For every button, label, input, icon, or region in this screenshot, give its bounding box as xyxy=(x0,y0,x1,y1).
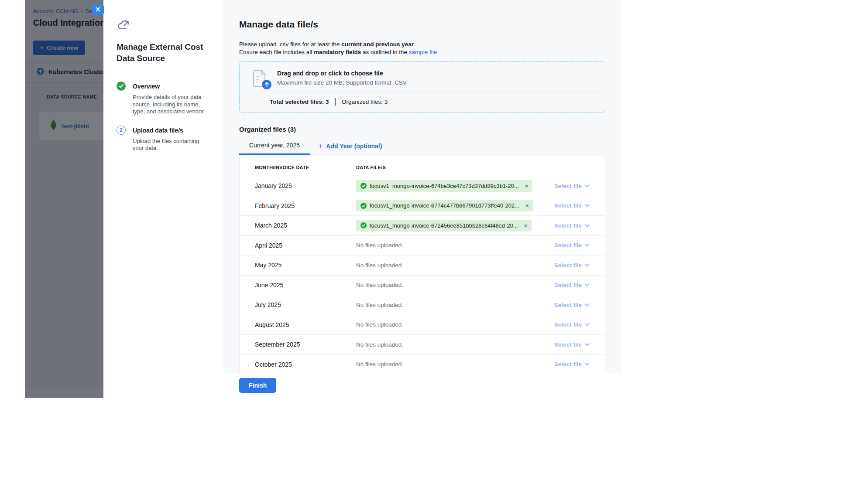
panel-title: Manage data file/s xyxy=(239,19,605,30)
table-row: October 2025No files uploaded.Select fil… xyxy=(240,355,605,373)
chevron-down-icon xyxy=(585,204,590,207)
cloud-export-icon xyxy=(117,20,130,31)
file-name: focusv1_mongo-invoice-6774c477b667901d77… xyxy=(370,202,519,209)
year-tabs: Current year, 2025 + Add Year (optional) xyxy=(239,142,605,155)
table-row: August 2025No files uploaded.Select file xyxy=(240,315,605,335)
no-files-text: No files uploaded. xyxy=(356,341,403,348)
table-row: July 2025No files uploaded.Select file xyxy=(240,295,605,315)
table-row: May 2025No files uploaded.Select file xyxy=(240,255,605,276)
upload-arrow-icon xyxy=(262,80,271,89)
table-row: September 2025No files uploaded.Select f… xyxy=(240,335,605,355)
document-upload-icon xyxy=(253,70,268,88)
file-name: focusv1_mongo-invoice-672456ee851bbb28c6… xyxy=(370,222,518,229)
month-label: October 2025 xyxy=(255,361,356,368)
organized-files-heading: Organized files (3) xyxy=(239,126,605,133)
no-files-text: No files uploaded. xyxy=(356,321,403,328)
select-file-dropdown[interactable]: Select file xyxy=(554,341,590,348)
manage-data-source-modal: Manage External Cost Data Source Overvie… xyxy=(103,0,621,398)
dropzone-divider xyxy=(270,92,598,92)
select-file-dropdown[interactable]: Select file xyxy=(554,242,590,249)
remove-file-icon[interactable]: × xyxy=(525,203,529,208)
file-counters: Total selected files: 3 Organized files:… xyxy=(270,98,388,106)
no-files-text: No files uploaded. xyxy=(356,242,403,249)
table-row: February 2025focusv1_mongo-invoice-6774c… xyxy=(240,196,605,216)
select-file-dropdown[interactable]: Select file xyxy=(554,361,590,368)
app-window: Account: CCM-NG>Set Cloud Integration + … xyxy=(25,0,621,398)
table-row: April 2025No files uploaded.Select file xyxy=(240,236,605,256)
chevron-down-icon xyxy=(585,283,590,286)
no-files-text: No files uploaded. xyxy=(356,361,403,368)
month-label: July 2025 xyxy=(255,301,356,308)
select-file-dropdown[interactable]: Select file xyxy=(554,222,590,229)
step-overview[interactable]: Overview Provide details of your data so… xyxy=(117,82,211,116)
select-file-dropdown[interactable]: Select file xyxy=(554,282,590,288)
tab-current-year[interactable]: Current year, 2025 xyxy=(239,142,310,155)
modal-dim-overlay xyxy=(25,0,103,398)
uploaded-file-chip: focusv1_mongo-invoice-672456ee851bbb28c6… xyxy=(356,220,532,232)
chevron-down-icon xyxy=(585,343,590,346)
step-complete-check-icon xyxy=(117,82,126,91)
dropzone-title: Drag and drop or click to choose file xyxy=(277,70,407,77)
chevron-down-icon xyxy=(585,264,590,267)
month-label: May 2025 xyxy=(255,262,356,269)
modal-footer: Finish xyxy=(223,373,621,398)
file-success-check-icon xyxy=(360,183,367,189)
table-header: MONTH/INVOICE DATE DATA FILE/S xyxy=(240,156,605,176)
sample-file-link[interactable]: sample file xyxy=(409,49,437,55)
upload-instructions: Please upload .csv files for at least th… xyxy=(239,41,605,56)
file-dropzone[interactable]: Drag and drop or click to choose file Ma… xyxy=(239,61,605,112)
column-header-month: MONTH/INVOICE DATE xyxy=(255,165,356,170)
add-year-button[interactable]: + Add Year (optional) xyxy=(310,142,392,155)
counter-separator xyxy=(335,98,336,106)
wizard-stepper-panel: Manage External Cost Data Source Overvie… xyxy=(103,0,223,398)
table-row: January 2025focusv1_mongo-invoice-674be3… xyxy=(240,176,605,196)
step-number-badge: 2 xyxy=(117,126,126,135)
background-page: Account: CCM-NG>Set Cloud Integration + … xyxy=(25,0,103,398)
month-label: February 2025 xyxy=(255,202,356,209)
select-file-dropdown[interactable]: Select file xyxy=(554,262,590,269)
uploaded-file-chip: focusv1_mongo-invoice-674be3ce47c73d37dd… xyxy=(356,180,532,192)
table-row: March 2025focusv1_mongo-invoice-672456ee… xyxy=(240,216,605,236)
month-label: August 2025 xyxy=(255,321,356,328)
file-name: focusv1_mongo-invoice-674be3ce47c73d37dd… xyxy=(370,183,519,189)
remove-file-icon[interactable]: × xyxy=(524,223,528,228)
table-body: January 2025focusv1_mongo-invoice-674be3… xyxy=(240,176,605,373)
chevron-down-icon xyxy=(585,363,590,366)
wizard-title: Manage External Cost Data Source xyxy=(117,41,206,64)
select-file-dropdown[interactable]: Select file xyxy=(554,183,590,189)
manage-data-files-panel: Manage data file/s Please upload .csv fi… xyxy=(223,0,621,373)
month-label: June 2025 xyxy=(255,282,356,289)
close-icon xyxy=(96,7,100,13)
uploaded-file-chip: focusv1_mongo-invoice-6774c477b667901d77… xyxy=(356,200,533,211)
remove-file-icon[interactable]: × xyxy=(525,183,528,189)
chevron-down-icon xyxy=(585,244,590,247)
step-upload-label: Upload data file/s xyxy=(133,126,208,134)
no-files-text: No files uploaded. xyxy=(356,262,403,269)
file-success-check-icon xyxy=(360,222,367,228)
month-label: March 2025 xyxy=(255,222,356,229)
organized-files-label: Organized files: 3 xyxy=(342,99,388,105)
monthly-files-table: MONTH/INVOICE DATE DATA FILE/S January 2… xyxy=(239,156,605,373)
step-upload-data-files[interactable]: 2 Upload data file/s Upload the files co… xyxy=(117,126,211,152)
plus-icon: + xyxy=(319,142,323,150)
no-files-text: No files uploaded. xyxy=(356,282,403,288)
no-files-text: No files uploaded. xyxy=(356,302,403,308)
column-header-data-file: DATA FILE/S xyxy=(356,165,590,170)
finish-button[interactable]: Finish xyxy=(239,378,276,393)
file-success-check-icon xyxy=(360,203,367,209)
select-file-dropdown[interactable]: Select file xyxy=(554,302,590,308)
close-button[interactable] xyxy=(92,4,104,15)
table-row: June 2025No files uploaded.Select file xyxy=(240,276,605,296)
step-overview-description: Provide details of your data source, inc… xyxy=(133,94,208,116)
step-overview-label: Overview xyxy=(133,82,208,90)
select-file-dropdown[interactable]: Select file xyxy=(554,202,590,209)
select-file-dropdown[interactable]: Select file xyxy=(554,321,590,328)
chevron-down-icon xyxy=(585,323,590,326)
total-selected-files-label: Total selected files: 3 xyxy=(270,99,329,105)
chevron-down-icon xyxy=(585,303,590,306)
step-upload-description: Upload the files containing your data. xyxy=(133,138,208,152)
month-label: September 2025 xyxy=(255,341,356,348)
dropzone-subtitle: Maximum file size 20 MB; Supported forma… xyxy=(277,79,407,86)
month-label: April 2025 xyxy=(255,242,356,249)
month-label: January 2025 xyxy=(255,182,356,189)
